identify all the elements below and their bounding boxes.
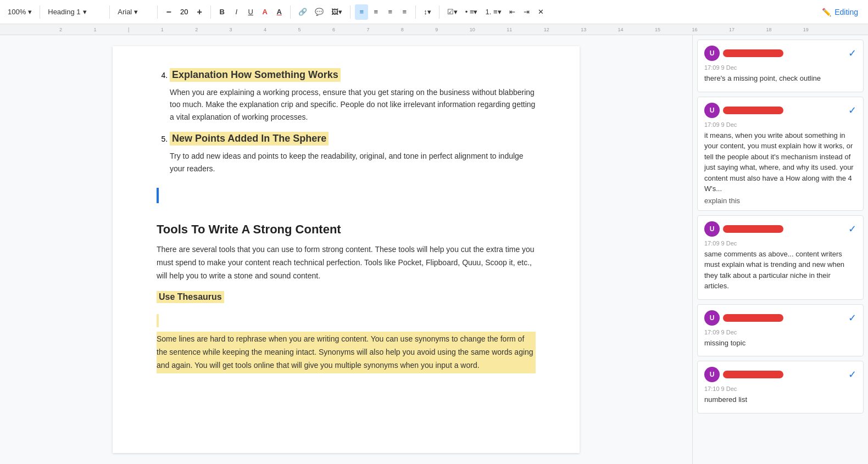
toolbar: 100% ▾ Heading 1 ▾ Arial ▾ − 20 + B I U … <box>0 0 868 24</box>
comment-2-check[interactable]: ✓ <box>848 104 856 116</box>
ruler-tick: 4 <box>264 27 266 32</box>
comment-4-time: 17:09 9 Dec <box>704 329 856 336</box>
align-group: ≡ ≡ ≡ ≡ <box>355 4 411 20</box>
font-size-value: 20 <box>176 8 192 16</box>
comment-card-5: U ✓ 17:10 9 Dec numbered list <box>697 361 864 413</box>
document-page: Explanation How Something Works When you… <box>113 46 580 453</box>
font-decrease-btn[interactable]: − <box>162 4 175 20</box>
ruler-tick: 12 <box>544 27 549 32</box>
font-value: Arial <box>118 8 132 16</box>
comment-3-name-bar <box>723 225 783 233</box>
ruler-tick: 11 <box>507 27 512 32</box>
sep8 <box>439 5 439 19</box>
image-btn[interactable]: 🖼▾ <box>328 4 346 20</box>
italic-btn[interactable]: I <box>230 4 243 20</box>
comment-card-2: U ✓ 17:09 9 Dec it means, when you write… <box>697 97 864 211</box>
comment-1-header: U ✓ <box>704 46 856 61</box>
comment-2-avatar: U <box>704 103 720 118</box>
ruler-tick: 9 <box>435 27 438 32</box>
ruler-tick: 19 <box>803 27 809 32</box>
link-group: 🔗 💬 🖼▾ <box>295 4 346 20</box>
numbered-list-btn[interactable]: 1. ≡▾ <box>482 4 505 20</box>
comment-1-check[interactable]: ✓ <box>848 47 856 59</box>
comment-1-name-bar <box>723 49 783 57</box>
section-heading: Tools To Write A Strong Content <box>157 222 536 237</box>
highlight-btn[interactable]: A <box>272 4 286 20</box>
sep2 <box>109 5 110 19</box>
decrease-indent-btn[interactable]: ⇤ <box>506 4 519 20</box>
line-spacing-btn[interactable]: ↕▾ <box>420 4 435 20</box>
sep1 <box>40 5 40 19</box>
cursor <box>157 188 159 203</box>
comment-3-check[interactable]: ✓ <box>848 223 856 235</box>
underline-btn[interactable]: U <box>244 4 257 20</box>
comment-2-time: 17:09 9 Dec <box>704 121 856 128</box>
comment-5-name-bar <box>723 371 783 378</box>
align-left-btn[interactable]: ≡ <box>355 4 368 20</box>
comment-4-text: missing topic <box>704 338 856 349</box>
comment-2-text: it means, when you write about something… <box>704 130 856 194</box>
comment-2-name-bar <box>723 107 783 114</box>
ruler-tick: 1 <box>93 27 96 32</box>
comment-btn[interactable]: 💬 <box>311 4 327 20</box>
clear-format-btn[interactable]: ✕ <box>535 4 548 20</box>
ruler-tick: 14 <box>618 27 624 32</box>
ruler-tick: 16 <box>692 27 697 32</box>
ruler-tick: 1 <box>161 27 164 32</box>
increase-indent-btn[interactable]: ⇥ <box>520 4 533 20</box>
comment-5-avatar-bar: U <box>704 367 783 382</box>
list-item-5-heading: New Points Added In The Sphere <box>170 132 329 146</box>
comment-2-header: U ✓ <box>704 103 856 118</box>
heading-chevron: ▾ <box>83 8 87 16</box>
list-item-4: Explanation How Something Works When you… <box>170 68 536 123</box>
zoom-value: 100% <box>8 8 26 16</box>
comment-card-1: U ✓ 17:09 9 Dec there's a missing point,… <box>697 40 864 92</box>
ruler-tick: 18 <box>766 27 771 32</box>
sep4 <box>210 5 211 19</box>
list-item-5: New Points Added In The Sphere Try to ad… <box>170 132 536 175</box>
heading-group: Heading 1 ▾ <box>44 7 105 17</box>
comment-4-avatar-bar: U <box>704 310 783 326</box>
checklist-btn[interactable]: ☑▾ <box>444 4 461 20</box>
document-area[interactable]: Explanation How Something Works When you… <box>0 35 692 464</box>
comment-card-3: U ✓ 17:09 9 Dec same comments as above..… <box>697 215 864 300</box>
align-justify-btn[interactable]: ≡ <box>398 4 411 20</box>
zoom-select[interactable]: 100% ▾ <box>4 7 35 17</box>
comment-4-check[interactable]: ✓ <box>848 312 856 324</box>
align-center-btn[interactable]: ≡ <box>369 4 382 20</box>
ruler-inner: 2 1 | 1 2 3 4 5 6 7 8 9 10 11 12 13 14 1… <box>4 27 864 32</box>
comment-5-check[interactable]: ✓ <box>848 368 856 381</box>
font-chevron: ▾ <box>134 8 138 16</box>
font-increase-btn[interactable]: + <box>193 4 206 20</box>
ruler-tick: 7 <box>366 27 369 32</box>
comment-3-text: same comments as above... content writer… <box>704 249 856 292</box>
ruler-tick: 3 <box>230 27 232 32</box>
sub-heading: Use Thesaurus <box>157 291 224 303</box>
ruler-tick: 17 <box>729 27 735 32</box>
text-color-btn[interactable]: A <box>258 4 271 20</box>
comment-card-4: U ✓ 17:09 9 Dec missing topic <box>697 304 864 357</box>
sep5 <box>290 5 291 19</box>
comment-1-time: 17:09 9 Dec <box>704 64 856 71</box>
ordered-list: Explanation How Something Works When you… <box>157 68 536 175</box>
font-select[interactable]: Arial ▾ <box>114 7 153 17</box>
ruler-tick: 13 <box>581 27 586 32</box>
editing-btn[interactable]: ✏️ Editing <box>816 5 864 19</box>
align-right-btn[interactable]: ≡ <box>383 4 397 20</box>
sep6 <box>350 5 350 19</box>
bold-btn[interactable]: B <box>215 4 229 20</box>
font-group: Arial ▾ <box>114 7 153 17</box>
heading-select[interactable]: Heading 1 ▾ <box>44 7 105 17</box>
comment-3-avatar-bar: U <box>704 221 783 237</box>
comment-3-avatar: U <box>704 221 720 237</box>
comment-5-header: U ✓ <box>704 367 856 382</box>
list-item-4-heading: Explanation How Something Works <box>170 68 341 82</box>
bullet-list-btn[interactable]: • ≡▾ <box>462 4 481 20</box>
link-btn[interactable]: 🔗 <box>295 4 310 20</box>
comment-4-avatar: U <box>704 310 720 326</box>
comment-4-header: U ✓ <box>704 310 856 326</box>
list-group: ☑▾ • ≡▾ 1. ≡▾ ⇤ ⇥ ✕ <box>444 4 548 20</box>
zoom-chevron: ▾ <box>28 8 32 16</box>
list-item-4-body: When you are explaining a working proces… <box>170 86 536 123</box>
heading-value: Heading 1 <box>48 8 80 16</box>
